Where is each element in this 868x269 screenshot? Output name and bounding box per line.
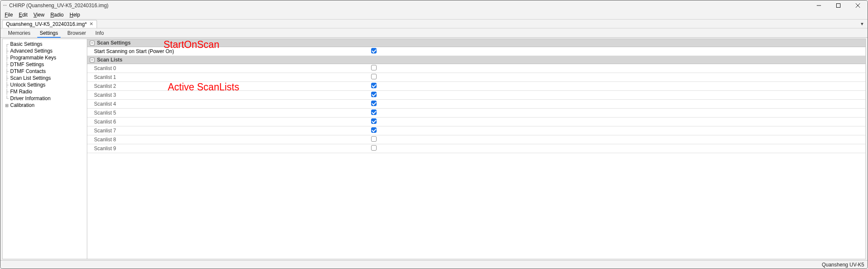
- row-scanlist-3: Scanlist 3: [87, 91, 865, 100]
- menu-edit[interactable]: Edit: [16, 11, 30, 19]
- tab-memories[interactable]: Memories: [4, 29, 35, 37]
- checkbox-scanlist-1[interactable]: [371, 74, 377, 79]
- row-scanlist-8: Scanlist 8: [87, 135, 865, 144]
- app-icon: ⋯: [3, 3, 7, 8]
- tree-item-driver-information[interactable]: └Driver Information: [3, 95, 86, 102]
- tree-item-basic-settings[interactable]: ┌Basic Settings: [3, 41, 86, 48]
- close-button[interactable]: [848, 0, 868, 11]
- file-tab-close-icon[interactable]: ✕: [89, 21, 93, 27]
- row-label: Scanlist 8: [87, 136, 371, 143]
- checkbox-scanlist-7[interactable]: [371, 127, 377, 133]
- window-controls: [809, 0, 868, 11]
- svg-rect-0: [837, 4, 840, 8]
- tree-item-unlock-settings[interactable]: ├Unlock Settings: [3, 81, 86, 88]
- file-tab-row: Quansheng_UV-K5_20240316.img* ✕ ▾: [0, 19, 868, 28]
- file-tab[interactable]: Quansheng_UV-K5_20240316.img* ✕: [2, 20, 97, 28]
- tree-item-scan-list-settings[interactable]: ├Scan List Settings: [3, 75, 86, 81]
- row-scanlist-5: Scanlist 5: [87, 109, 865, 118]
- row-scanlist-7: Scanlist 7: [87, 126, 865, 135]
- checkbox-scanlist-5[interactable]: [371, 109, 377, 115]
- collapse-icon[interactable]: −: [90, 41, 94, 45]
- checkbox-start-scanning-on-start[interactable]: [371, 48, 377, 53]
- row-scanlist-0: Scanlist 0: [87, 64, 865, 73]
- tree-item-calibration[interactable]: ⊞Calibration: [3, 102, 86, 109]
- file-tab-label: Quansheng_UV-K5_20240316.img*: [6, 21, 87, 27]
- tab-settings[interactable]: Settings: [36, 29, 62, 37]
- section-title: Scan Settings: [97, 40, 130, 46]
- row-scanlist-6: Scanlist 6: [87, 118, 865, 126]
- tree-item-dtmf-contacts[interactable]: ├DTMF Contacts: [3, 68, 86, 75]
- menubar: File Edit View Radio Help: [0, 11, 868, 19]
- statusbar: Quansheng UV-K5: [0, 260, 868, 269]
- tab-info[interactable]: Info: [91, 29, 108, 37]
- expand-icon[interactable]: ⊞: [4, 103, 9, 108]
- checkbox-scanlist-0[interactable]: [371, 65, 377, 70]
- tree-item-advanced-settings[interactable]: ├Advanced Settings: [3, 48, 86, 54]
- main-area: ┌Basic Settings ├Advanced Settings ├Prog…: [2, 39, 866, 259]
- minimize-button[interactable]: [809, 0, 829, 11]
- row-label: Scanlist 5: [87, 109, 371, 117]
- row-label: Scanlist 1: [87, 73, 371, 81]
- section-title: Scan Lists: [97, 57, 122, 63]
- tree-item-programmable-keys[interactable]: ├Programmable Keys: [3, 54, 86, 61]
- checkbox-scanlist-6[interactable]: [371, 118, 377, 124]
- status-device: Quansheng UV-K5: [822, 262, 864, 268]
- settings-tree[interactable]: ┌Basic Settings ├Advanced Settings ├Prog…: [3, 39, 87, 259]
- row-label: Scanlist 9: [87, 145, 371, 152]
- checkbox-scanlist-9[interactable]: [371, 145, 377, 151]
- checkbox-scanlist-8[interactable]: [371, 136, 377, 142]
- tree-item-fm-radio[interactable]: ├FM Radio: [3, 88, 86, 95]
- row-label: Scanlist 2: [87, 82, 371, 90]
- row-label: Scanlist 6: [87, 118, 371, 126]
- row-label: Start Scanning on Start (Power On): [87, 48, 371, 55]
- menu-view[interactable]: View: [31, 11, 47, 19]
- checkbox-scanlist-4[interactable]: [371, 101, 377, 106]
- menu-help[interactable]: Help: [67, 11, 83, 19]
- maximize-button[interactable]: [829, 0, 848, 11]
- checkbox-scanlist-3[interactable]: [371, 92, 377, 97]
- settings-content: StartOnScan Active ScanLists − Scan Sett…: [87, 39, 865, 259]
- row-label: Scanlist 4: [87, 100, 371, 108]
- menu-radio[interactable]: Radio: [48, 11, 66, 19]
- tab-browser[interactable]: Browser: [63, 29, 90, 37]
- row-scanlist-1: Scanlist 1: [87, 73, 865, 82]
- row-label: Scanlist 7: [87, 127, 371, 134]
- tree-item-dtmf-settings[interactable]: ├DTMF Settings: [3, 61, 86, 68]
- section-header-scan-settings: − Scan Settings: [87, 39, 865, 47]
- checkbox-scanlist-2[interactable]: [371, 83, 377, 88]
- row-label: Scanlist 3: [87, 91, 371, 99]
- titlebar: ⋯ CHIRP (Quansheng_UV-K5_20240316.img): [0, 0, 868, 11]
- row-scanlist-4: Scanlist 4: [87, 100, 865, 109]
- view-tabs: Memories Settings Browser Info: [0, 28, 868, 38]
- collapse-icon[interactable]: −: [90, 58, 94, 62]
- row-start-scanning-on-start: Start Scanning on Start (Power On): [87, 47, 865, 56]
- row-scanlist-9: Scanlist 9: [87, 144, 865, 153]
- app-window: ⋯ CHIRP (Quansheng_UV-K5_20240316.img) F…: [0, 0, 868, 269]
- row-label: Scanlist 0: [87, 64, 371, 72]
- window-title: CHIRP (Quansheng_UV-K5_20240316.img): [9, 3, 109, 8]
- section-header-scan-lists: − Scan Lists: [87, 56, 865, 64]
- file-tab-dropdown-icon[interactable]: ▾: [858, 20, 866, 28]
- row-scanlist-2: Scanlist 2: [87, 82, 865, 91]
- menu-file[interactable]: File: [2, 11, 15, 19]
